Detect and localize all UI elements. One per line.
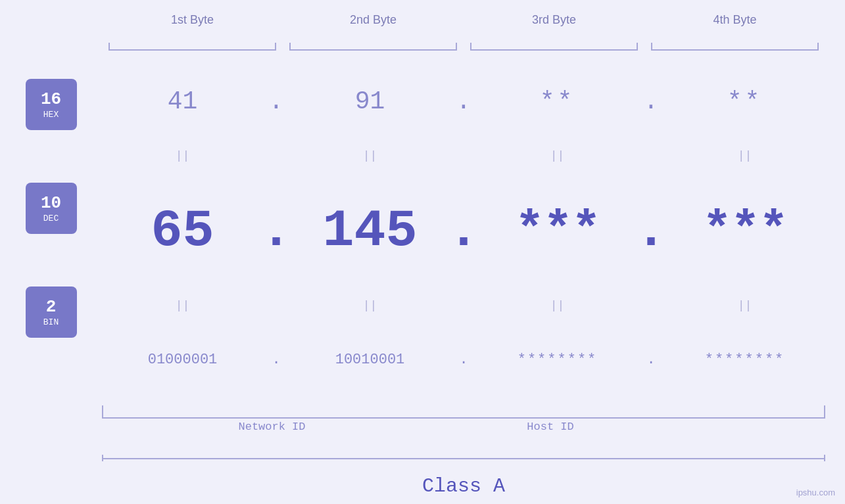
bin-cell-1: 01000001 <box>102 352 263 368</box>
bracket-3 <box>470 43 638 55</box>
dec-badge-label: DEC <box>43 214 59 223</box>
bracket-1 <box>109 43 276 55</box>
bin-badge-label: BIN <box>43 317 59 327</box>
bin-cell-4: ******** <box>664 352 825 368</box>
equals-4: || <box>664 149 825 162</box>
hex-val-1: 41 <box>168 87 198 116</box>
hex-dot-1: . <box>263 87 289 116</box>
byte-header-4: 4th Byte <box>644 13 825 27</box>
bin-badge: 2 BIN <box>26 286 77 338</box>
equals-7: || <box>477 299 638 312</box>
hex-badge: 16 HEX <box>26 79 77 130</box>
hex-val-2: 91 <box>355 87 385 116</box>
equals-5: || <box>102 299 263 312</box>
bin-dot-3: . <box>638 352 664 368</box>
hex-val-4: ** <box>727 87 763 116</box>
dec-row: 65 . 145 . *** . *** <box>102 167 825 294</box>
dec-cell-4: *** <box>664 203 825 259</box>
dec-val-3: *** <box>515 203 600 259</box>
hex-cell-2: 91 <box>289 87 450 116</box>
host-id-label: Host ID <box>276 421 825 433</box>
hex-cell-4: ** <box>664 87 825 116</box>
bin-cell-3: ******** <box>477 352 638 368</box>
hex-cell-3: ** <box>477 87 638 116</box>
dec-val-1: 65 <box>151 201 214 261</box>
hex-badge-num: 16 <box>41 89 61 110</box>
bin-val-1: 01000001 <box>148 352 218 368</box>
dec-dot-2: . <box>450 201 477 261</box>
bottom-area: Network ID Host ID <box>102 402 825 455</box>
bin-badge-num: 2 <box>46 297 57 317</box>
page-container: 1st Byte 2nd Byte 3rd Byte 4th Byte <box>0 0 845 504</box>
equals-6: || <box>289 299 450 312</box>
hex-dot-3: . <box>638 87 664 116</box>
equals-3: || <box>477 149 638 162</box>
main-layout: 16 HEX 10 DEC 2 BIN 41 . 91 <box>0 59 845 504</box>
dec-val-4: *** <box>702 203 787 259</box>
dec-cell-1: 65 <box>102 201 263 261</box>
class-a-label: Class A <box>422 475 505 497</box>
hex-dot-2: . <box>450 87 477 116</box>
equals-8: || <box>664 299 825 312</box>
hex-cell-1: 41 <box>102 87 263 116</box>
equals-row-2: || || || || <box>102 294 825 317</box>
bin-dot-1: . <box>263 352 289 368</box>
dec-cell-3: *** <box>477 203 638 259</box>
bin-val-3: ******** <box>518 352 598 368</box>
hex-row: 41 . 91 . ** . ** <box>102 59 825 144</box>
hex-val-3: ** <box>540 87 575 116</box>
equals-1: || <box>102 149 263 162</box>
bin-dot-2: . <box>450 352 477 368</box>
bin-val-2: 10010001 <box>335 352 405 368</box>
full-bottom-bracket <box>102 455 825 468</box>
dec-val-2: 145 <box>322 201 417 261</box>
byte-header-3: 3rd Byte <box>464 13 644 27</box>
badges-column: 16 HEX 10 DEC 2 BIN <box>0 59 102 504</box>
dec-cell-2: 145 <box>289 201 450 261</box>
data-columns: 41 . 91 . ** . ** || || <box>102 59 845 504</box>
bracket-2 <box>289 43 457 55</box>
bin-cell-2: 10010001 <box>289 352 450 368</box>
byte-header-2: 2nd Byte <box>283 13 464 27</box>
dec-dot-1: . <box>263 201 289 261</box>
dec-badge-num: 10 <box>41 193 61 214</box>
bracket-4 <box>651 43 819 55</box>
watermark: ipshu.com <box>796 488 835 497</box>
dec-badge: 10 DEC <box>26 183 77 234</box>
bin-row: 01000001 . 10010001 . ******** . *******… <box>102 317 825 402</box>
class-a-row: Class A <box>102 468 825 504</box>
top-brackets <box>102 43 825 55</box>
bin-val-4: ******** <box>705 352 785 368</box>
dec-dot-3: . <box>638 201 664 261</box>
hex-badge-label: HEX <box>43 110 59 120</box>
byte-headers: 1st Byte 2nd Byte 3rd Byte 4th Byte <box>102 13 825 27</box>
host-bracket-right <box>276 405 825 419</box>
equals-2: || <box>289 149 450 162</box>
equals-row-1: || || || || <box>102 144 825 167</box>
byte-header-1: 1st Byte <box>102 13 283 27</box>
